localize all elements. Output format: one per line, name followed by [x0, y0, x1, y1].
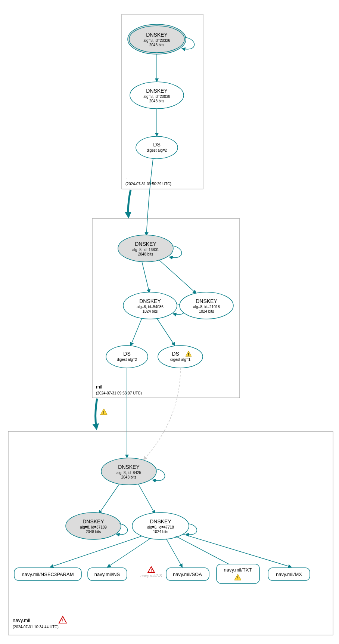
svg-text:DNSKEY: DNSKEY [135, 241, 156, 247]
svg-point-27 [158, 346, 203, 368]
svg-text:2048 bits: 2048 bits [138, 252, 153, 256]
edge-zsk-nsec3 [50, 536, 142, 567]
svg-text:alg=8, id=16801: alg=8, id=16801 [132, 248, 159, 252]
svg-text:DNSKEY: DNSKEY [146, 32, 168, 38]
svg-text:DNSKEY: DNSKEY [146, 88, 168, 94]
node-root-zsk[interactable]: DNSKEY alg=8, id=20038 2048 bits [130, 82, 184, 109]
svg-text:2048 bits: 2048 bits [149, 43, 165, 47]
svg-text:1024 bits: 1024 bits [199, 309, 214, 313]
svg-text:!: ! [150, 568, 152, 573]
svg-text:1024 bits: 1024 bits [153, 530, 168, 534]
svg-text:alg=8, id=37189: alg=8, id=37189 [80, 525, 107, 529]
svg-text:navy.mil/NS: navy.mil/NS [140, 573, 162, 578]
edge-rootds-milksk [146, 158, 153, 235]
svg-text:!: ! [103, 410, 105, 415]
rrset-soa[interactable]: navy.mil/SOA [166, 568, 209, 580]
svg-text:alg=8, id=20038: alg=8, id=20038 [143, 95, 170, 99]
svg-text:navy.mil/NS: navy.mil/NS [94, 572, 120, 577]
rrset-nsec3param[interactable]: navy.mil/NSEC3PARAM [14, 568, 81, 580]
svg-text:2048 bits: 2048 bits [121, 475, 137, 479]
node-mil-ksk[interactable]: DNSKEY alg=8, id=16801 2048 bits [118, 235, 173, 262]
edge-zsk-mx [183, 534, 291, 567]
svg-text:!: ! [237, 576, 239, 580]
svg-text:1024 bits: 1024 bits [143, 309, 158, 313]
node-mil-zsk[interactable]: DNSKEY alg=8, id=54036 1024 bits [123, 292, 177, 319]
svg-text:DS: DS [153, 142, 160, 148]
node-root-ds[interactable]: DS digest alg=2 [136, 136, 178, 159]
svg-text:!: ! [62, 619, 63, 623]
svg-text:alg=8, id=54036: alg=8, id=54036 [137, 305, 164, 309]
svg-point-24 [106, 346, 148, 368]
edge-milzsk-ds2 [157, 318, 175, 346]
zone-time-root: (2024-07-31 09:50:29 UTC) [125, 182, 171, 186]
svg-text:alg=8, id=8425: alg=8, id=8425 [116, 471, 141, 475]
node-mil-ds2[interactable]: DS digest alg=1 ! [158, 346, 203, 368]
zone-label-mil: mil [96, 384, 102, 390]
svg-text:DS: DS [123, 351, 130, 357]
zone-label-root: . [125, 175, 127, 180]
svg-point-9 [136, 136, 178, 159]
zone-time-mil: (2024-07-31 09:53:07 UTC) [96, 391, 142, 395]
svg-text:DNSKEY: DNSKEY [83, 518, 104, 524]
error-icon: ! [148, 567, 155, 573]
edge-mil-navy-deleg [96, 399, 97, 428]
svg-text:digest alg=2: digest alg=2 [147, 148, 167, 152]
svg-text:2048 bits: 2048 bits [149, 99, 165, 103]
svg-text:DNSKEY: DNSKEY [196, 298, 217, 304]
svg-text:navy.mil/SOA: navy.mil/SOA [173, 572, 202, 577]
node-mil-ds1[interactable]: DS digest alg=2 [106, 346, 148, 368]
zone-label-navy: navy.mil [13, 617, 30, 623]
edge-zsk-ns [108, 538, 151, 567]
node-navy-ksk[interactable]: DNSKEY alg=8, id=8425 2048 bits [101, 458, 156, 485]
rrset-ns[interactable]: navy.mil/NS [88, 568, 127, 580]
rrset-txt[interactable]: navy.mil/TXT ! [217, 564, 259, 583]
warning-icon: ! [100, 409, 107, 415]
svg-text:DNSKEY: DNSKEY [118, 464, 140, 470]
edge-milksk-milzsk [142, 261, 149, 292]
node-navy-ksk2[interactable]: DNSKEY alg=8, id=37189 2048 bits [66, 513, 121, 539]
svg-text:alg=8, id=20326: alg=8, id=20326 [143, 38, 170, 43]
node-root-ksk[interactable]: DNSKEY alg=8, id=20326 2048 bits [128, 24, 186, 54]
edge-milds2-navyksk [144, 368, 180, 459]
rrset-mx[interactable]: navy.mil/MX [268, 568, 310, 580]
svg-text:digest alg=1: digest alg=1 [170, 357, 191, 362]
edge-milksk-milzsk2 [159, 260, 196, 293]
error-icon: ! [59, 616, 66, 623]
svg-text:navy.mil/NSEC3PARAM: navy.mil/NSEC3PARAM [22, 572, 74, 577]
svg-text:DS: DS [172, 351, 179, 357]
edge-milzsk-ds1 [131, 318, 142, 346]
svg-text:alg=8, id=21018: alg=8, id=21018 [193, 305, 220, 309]
svg-text:navy.mil/TXT: navy.mil/TXT [224, 567, 252, 573]
svg-text:!: ! [188, 352, 189, 357]
node-navy-zsk[interactable]: DNSKEY alg=8, id=47718 1024 bits [132, 513, 189, 539]
zone-time-navy: (2024-07-31 10:34:44 UTC) [13, 625, 59, 629]
edge-navyksk-zsk [138, 484, 155, 514]
svg-text:navy.mil/MX: navy.mil/MX [276, 572, 302, 577]
edge-zsk-soa [166, 539, 182, 567]
svg-text:2048 bits: 2048 bits [86, 530, 101, 534]
svg-text:DNSKEY: DNSKEY [139, 298, 161, 304]
edge-navyksk-ksk2 [99, 484, 119, 514]
svg-text:digest alg=2: digest alg=2 [117, 357, 137, 362]
edge-root-mil-deleg [128, 190, 131, 216]
rrset-ns-gray: navy.mil/NS ! [140, 567, 162, 578]
svg-text:alg=8, id=47718: alg=8, id=47718 [147, 525, 174, 529]
svg-text:DNSKEY: DNSKEY [150, 518, 171, 524]
node-mil-zsk2[interactable]: DNSKEY alg=8, id=21018 1024 bits [180, 292, 233, 319]
